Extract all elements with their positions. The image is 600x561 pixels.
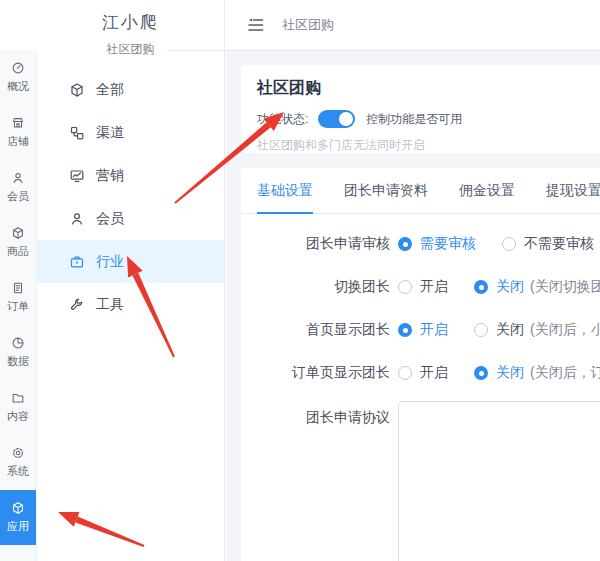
rail-item-label: 店铺 [7, 134, 29, 149]
rail-item-goods[interactable]: 商品 [0, 215, 36, 270]
top-bar: 社区团购 [226, 0, 600, 50]
sidebar-item-label: 工具 [96, 296, 124, 314]
rail-item-shop[interactable]: 店铺 [0, 105, 36, 160]
rail-item-label: 商品 [7, 244, 29, 259]
page-title: 社区团购 [257, 78, 600, 99]
rail-item-label: 概况 [7, 79, 29, 94]
sidebar-item-tool[interactable]: 工具 [37, 283, 224, 326]
sidebar-item-member[interactable]: 会员 [37, 197, 224, 240]
form-label: 首页显示团长 [241, 321, 390, 339]
radio-unselected-icon [502, 237, 516, 251]
app-icon [11, 501, 25, 515]
sidebar-item-channel[interactable]: 渠道 [37, 111, 224, 154]
industry-icon [69, 254, 85, 270]
sidebar-item-label: 会员 [96, 210, 124, 228]
tab-leader-application[interactable]: 团长申请资料 [344, 168, 428, 213]
radio-selected-icon [398, 323, 412, 337]
radio-option[interactable]: 开启 [398, 321, 448, 339]
row-note: (关闭后，订单确认 [530, 364, 600, 382]
feature-status-card: 社区团购 功能状态: 控制功能是否可用 社区团购和多门店无法同时开启 [241, 65, 600, 153]
rail-item-label: 系统 [7, 464, 29, 479]
status-note: 社区团购和多门店无法同时开启 [257, 137, 600, 154]
rail-item-label: 内容 [7, 409, 29, 424]
app-sidebar: 江小爬 社区团购 全部 渠道 营销 会员 行业 工具 [37, 0, 225, 561]
sidebar-menu: 全部 渠道 营销 会员 行业 工具 [37, 68, 224, 326]
form-row-leader-review: 团长申请审核 需要审核 不需要审核 [241, 234, 600, 254]
form-row-home-show-leader: 首页显示团长 开启 关闭 (关闭后，小程序首 [241, 320, 600, 340]
radio-option[interactable]: 开启 [398, 278, 448, 296]
feature-toggle[interactable] [318, 110, 355, 128]
all-icon [69, 82, 85, 98]
content-icon [11, 391, 25, 405]
rail-item-content[interactable]: 内容 [0, 380, 36, 435]
radio-selected-icon [474, 366, 488, 380]
radio-selected-icon [398, 237, 412, 251]
rail-item-label: 会员 [7, 189, 29, 204]
radio-selected-icon [474, 280, 488, 294]
row-note: (关闭切换团长后， [530, 278, 600, 296]
topbar-title: 社区团购 [282, 16, 334, 34]
marketing-icon [69, 168, 85, 184]
row-note: (关闭后，小程序首 [530, 321, 600, 339]
radio-option[interactable]: 不需要审核 [502, 235, 594, 253]
rail-item-app[interactable]: 应用 [0, 490, 36, 545]
radio-option[interactable]: 需要审核 [398, 235, 476, 253]
order-icon [11, 281, 25, 295]
rail-item-label: 数据 [7, 354, 29, 369]
rail-item-member[interactable]: 会员 [0, 160, 36, 215]
settings-tabs: 基础设置 团长申请资料 佣金设置 提现设置 [241, 168, 600, 214]
toggle-knob [339, 112, 353, 126]
leader-agreement-textarea[interactable] [398, 401, 600, 561]
sidebar-item-all[interactable]: 全部 [37, 68, 224, 111]
shop-icon [11, 116, 25, 130]
sidebar-item-label: 行业 [96, 253, 124, 271]
rail-item-system[interactable]: 系统 [0, 435, 36, 490]
member-icon [11, 171, 25, 185]
sidebar-item-label: 营销 [96, 167, 124, 185]
form-row-leader-agreement: 团长申请协议 [241, 401, 600, 561]
tab-basic-settings[interactable]: 基础设置 [257, 168, 313, 213]
toggle-hint: 控制功能是否可用 [366, 111, 462, 128]
settings-form: 团长申请审核 需要审核 不需要审核 切换团长 开启 关闭 (关闭切换团长后， [241, 234, 600, 561]
sidebar-item-marketing[interactable]: 营销 [37, 154, 224, 197]
form-row-order-show-leader: 订单页显示团长 开启 关闭 (关闭后，订单确认 [241, 363, 600, 383]
primary-nav-rail: 概况 店铺 会员 商品 订单 数据 内容 系统 应用 [0, 50, 37, 561]
rail-item-data[interactable]: 数据 [0, 325, 36, 380]
system-icon [11, 446, 25, 460]
form-label: 订单页显示团长 [241, 364, 390, 382]
radio-unselected-icon [398, 280, 412, 294]
radio-unselected-icon [398, 366, 412, 380]
tool-icon [69, 297, 85, 313]
form-label: 切换团长 [241, 278, 390, 296]
radio-option[interactable]: 开启 [398, 364, 448, 382]
brand-title: 江小爬 [37, 11, 224, 34]
sidebar-item-label: 全部 [96, 81, 124, 99]
settings-card: 基础设置 团长申请资料 佣金设置 提现设置 团长申请审核 需要审核 不需要审核 … [241, 168, 600, 561]
status-label: 功能状态: [257, 111, 308, 128]
radio-unselected-icon [474, 323, 488, 337]
form-label: 团长申请协议 [241, 401, 390, 427]
dashboard-icon [11, 61, 25, 75]
rail-item-overview[interactable]: 概况 [0, 50, 36, 105]
radio-option[interactable]: 关闭 [474, 278, 524, 296]
form-label: 团长申请审核 [241, 235, 390, 253]
channel-icon [69, 125, 85, 141]
member-icon [69, 211, 85, 227]
tab-commission-settings[interactable]: 佣金设置 [459, 168, 515, 213]
data-icon [11, 336, 25, 350]
menu-fold-icon[interactable] [247, 17, 265, 33]
goods-icon [11, 226, 25, 240]
sidebar-item-industry[interactable]: 行业 [37, 240, 224, 283]
form-row-switch-leader: 切换团长 开启 关闭 (关闭切换团长后， [241, 277, 600, 297]
radio-option[interactable]: 关闭 [474, 321, 524, 339]
rail-item-label: 应用 [7, 519, 29, 534]
tab-withdraw-settings[interactable]: 提现设置 [546, 168, 600, 213]
rail-item-order[interactable]: 订单 [0, 270, 36, 325]
sidebar-item-label: 渠道 [96, 124, 124, 142]
radio-option[interactable]: 关闭 [474, 364, 524, 382]
rail-item-label: 订单 [7, 299, 29, 314]
